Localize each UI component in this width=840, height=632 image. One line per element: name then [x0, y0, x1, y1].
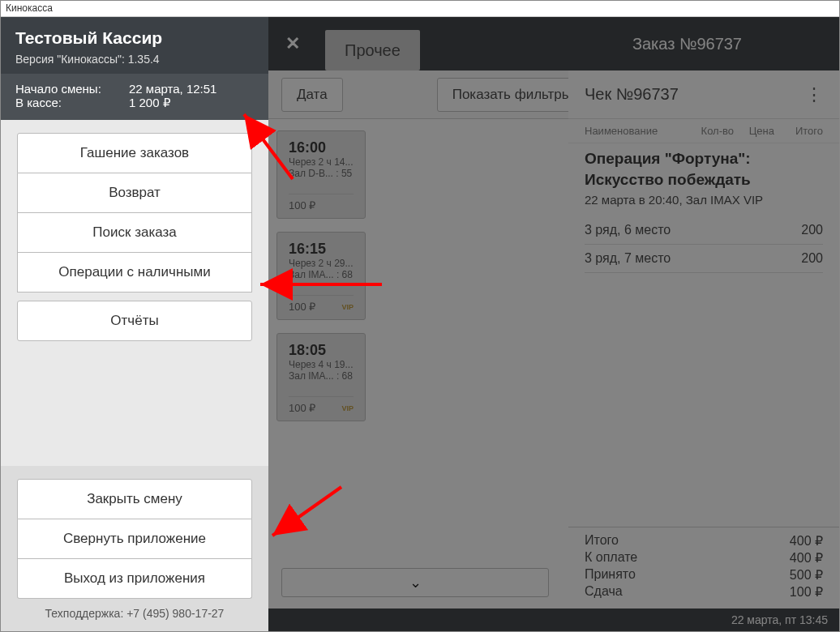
menu-refund[interactable]: Возврат: [17, 173, 252, 213]
window-titlebar: Кинокасса: [1, 1, 839, 17]
side-menu-header: Тестовый Кассир Версия "Кинокассы": 1.35…: [1, 17, 268, 74]
menu-cash-ops[interactable]: Операции с наличными: [17, 253, 252, 293]
shift-start-label: Начало смены:: [15, 82, 129, 96]
menu-exit-app[interactable]: Выход из приложения: [17, 559, 252, 599]
menu-minimize-app[interactable]: Свернуть приложение: [17, 519, 252, 559]
app-version: Версия "Кинокассы": 1.35.4: [15, 53, 254, 66]
menu-close-shift[interactable]: Закрыть смену: [17, 479, 252, 519]
shift-info: Начало смены: 22 марта, 12:51 В кассе: 1…: [1, 74, 268, 120]
side-menu-bottom: Закрыть смену Свернуть приложение Выход …: [1, 466, 268, 631]
side-menu-panel: Тестовый Кассир Версия "Кинокассы": 1.35…: [1, 17, 268, 631]
side-menu-main: Гашение заказов Возврат Поиск заказа Опе…: [1, 120, 268, 341]
support-phone: Техподдержка: +7 (495) 980-17-27: [17, 599, 252, 623]
shift-start-value: 22 марта, 12:51: [129, 82, 216, 96]
menu-find-order[interactable]: Поиск заказа: [17, 213, 252, 253]
cash-value: 1 200 ₽: [129, 96, 171, 110]
menu-reports[interactable]: Отчёты: [17, 301, 252, 341]
cashier-name: Тестовый Кассир: [15, 28, 254, 48]
cash-label: В кассе:: [15, 96, 129, 110]
menu-cancel-orders[interactable]: Гашение заказов: [17, 133, 252, 173]
